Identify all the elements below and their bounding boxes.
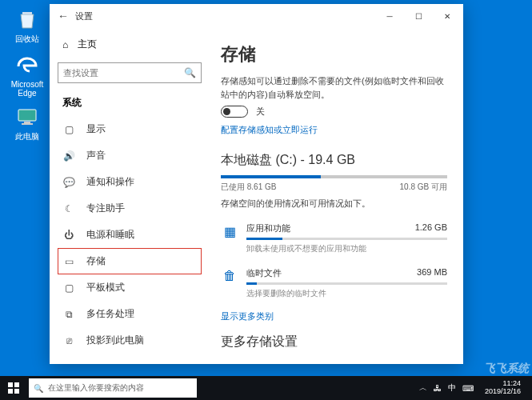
sidebar-item-label: 声音 [86, 149, 106, 162]
minimize-button[interactable]: ─ [375, 5, 404, 27]
taskbar-search-placeholder: 在这里输入你要搜索的内容 [48, 382, 144, 394]
sidebar-home-label: 主页 [78, 38, 97, 51]
category-size: 369 MB [417, 267, 447, 279]
window-title: 设置 [75, 10, 93, 22]
svg-rect-3 [22, 123, 33, 125]
configure-link[interactable]: 配置存储感知或立即运行 [221, 124, 447, 136]
tray-chevron-icon[interactable]: ︿ [419, 382, 427, 394]
sidebar-item-multitask[interactable]: ⧉多任务处理 [58, 301, 202, 327]
category-name: 应用和功能 [246, 222, 290, 234]
sidebar-item-label: 专注助手 [86, 202, 125, 215]
windows-icon [8, 382, 19, 394]
power-icon: ⏻ [62, 230, 75, 241]
disk-title: 本地磁盘 (C:) - 19.4 GB [221, 152, 447, 169]
multitask-icon: ⧉ [62, 309, 75, 320]
storage-sense-toggle[interactable] [221, 106, 248, 118]
search-icon: 🔍 [34, 384, 43, 393]
disk-free-label: 10.8 GB 可用 [400, 182, 447, 193]
watermark: 飞飞系统 [484, 362, 529, 376]
maximize-button[interactable]: ☐ [404, 5, 433, 27]
sidebar-item-label: 投影到此电脑 [86, 334, 144, 347]
back-button[interactable]: ← [51, 10, 75, 22]
taskbar: 🔍 在这里输入你要搜索的内容 ︿ 🖧 中 ⌨ 11:24 2019/12/16 [0, 376, 532, 400]
sidebar-item-power[interactable]: ⏻电源和睡眠 [58, 222, 202, 248]
svg-rect-6 [8, 389, 13, 394]
display-icon: ▢ [62, 124, 75, 135]
system-tray: ︿ 🖧 中 ⌨ 11:24 2019/12/16 [413, 380, 532, 396]
svg-rect-1 [18, 110, 36, 121]
desktop-icon-label: Microsoft Edge [8, 80, 46, 98]
storage-category-item[interactable]: ▦应用和功能1.26 GB卸载未使用或不想要的应用和功能 [221, 218, 447, 262]
more-settings-title: 更多存储设置 [221, 334, 447, 350]
svg-rect-4 [8, 382, 13, 387]
storage-category-item[interactable]: 🗑临时文件369 MB选择要删除的临时文件 [221, 262, 447, 307]
ime-menu-icon[interactable]: ⌨ [462, 384, 474, 393]
sidebar-category-header: 系统 [58, 91, 202, 116]
desktop-icon-edge[interactable]: Microsoft Edge [8, 53, 46, 98]
focus-icon: ☾ [62, 203, 75, 214]
sidebar: ⌂ 主页 🔍 系统 ▢显示🔊声音💬通知和操作☾专注助手⏻电源和睡眠▭存储▢平板模… [50, 28, 210, 364]
category-icon: ▦ [221, 222, 238, 240]
sidebar-item-project[interactable]: ⎚投影到此电脑 [58, 327, 202, 354]
category-hint: 选择要删除的临时文件 [246, 288, 447, 299]
storage-icon: ▭ [62, 256, 75, 267]
settings-window: ← 设置 ─ ☐ ✕ ⌂ 主页 🔍 系统 ▢显示🔊声音💬通知和操作☾专注助手⏻电… [50, 4, 463, 364]
sidebar-item-tablet[interactable]: ▢平板模式 [58, 274, 202, 301]
sidebar-item-label: 显示 [86, 122, 106, 136]
home-icon: ⌂ [62, 39, 68, 50]
sidebar-item-focus[interactable]: ☾专注助手 [58, 195, 202, 222]
svg-rect-5 [14, 382, 19, 387]
desktop-icon-label: 此电脑 [8, 131, 46, 142]
category-hint: 卸载未使用或不想要的应用和功能 [246, 243, 447, 254]
sidebar-item-label: 多任务处理 [86, 307, 134, 321]
edge-icon [14, 53, 40, 78]
sidebar-item-label: 通知和操作 [86, 175, 134, 189]
tablet-icon: ▢ [62, 282, 75, 294]
show-more-link[interactable]: 显示更多类别 [221, 310, 447, 322]
sidebar-home[interactable]: ⌂ 主页 [58, 31, 202, 58]
close-button[interactable]: ✕ [433, 5, 462, 27]
svg-rect-2 [24, 122, 30, 123]
start-button[interactable] [0, 376, 27, 400]
category-bar [246, 282, 447, 285]
usage-desc: 存储空间的使用情况和可用情况如下。 [221, 198, 447, 210]
ime-indicator[interactable]: 中 [448, 382, 456, 394]
sound-icon: 🔊 [62, 150, 75, 162]
category-size: 1.26 GB [415, 222, 447, 234]
pc-icon [14, 104, 40, 130]
project-icon: ⎚ [62, 335, 75, 346]
desktop-icon-recycle-bin[interactable]: 回收站 [8, 6, 46, 45]
desktop-icon-this-pc[interactable]: 此电脑 [8, 104, 46, 142]
notification-icon: 💬 [62, 177, 75, 188]
taskbar-search[interactable]: 🔍 在这里输入你要搜索的内容 [29, 378, 197, 398]
page-title: 存储 [221, 42, 447, 66]
category-bar [246, 238, 447, 240]
titlebar: ← 设置 ─ ☐ ✕ [50, 4, 463, 28]
taskbar-clock[interactable]: 11:24 2019/12/16 [480, 380, 526, 396]
sidebar-item-display[interactable]: ▢显示 [58, 116, 202, 142]
disk-used-label: 已使用 8.61 GB [221, 182, 276, 193]
category-name: 临时文件 [246, 267, 282, 279]
content-pane: 存储 存储感知可以通过删除不需要的文件(例如临时文件和回收站中的内容)自动释放空… [210, 28, 463, 364]
search-icon: 🔍 [184, 67, 196, 78]
sidebar-item-notification[interactable]: 💬通知和操作 [58, 169, 202, 195]
search-input[interactable] [63, 68, 184, 78]
sidebar-item-sound[interactable]: 🔊声音 [58, 142, 202, 169]
sidebar-item-label: 电源和睡眠 [86, 228, 134, 242]
storage-sense-desc: 存储感知可以通过删除不需要的文件(例如临时文件和回收站中的内容)自动释放空间。 [221, 74, 447, 101]
sidebar-item-storage[interactable]: ▭存储 [58, 248, 202, 274]
tray-network-icon[interactable]: 🖧 [434, 384, 442, 393]
disk-usage-bar [221, 175, 447, 178]
sidebar-item-label: 存储 [86, 254, 106, 268]
sidebar-item-label: 平板模式 [86, 281, 125, 294]
toggle-label: 关 [256, 106, 265, 118]
category-icon: 🗑 [221, 267, 238, 285]
sidebar-search[interactable]: 🔍 [58, 62, 202, 83]
svg-rect-7 [14, 389, 19, 394]
recycle-bin-icon [14, 6, 40, 32]
desktop-icon-label: 回收站 [8, 34, 46, 45]
